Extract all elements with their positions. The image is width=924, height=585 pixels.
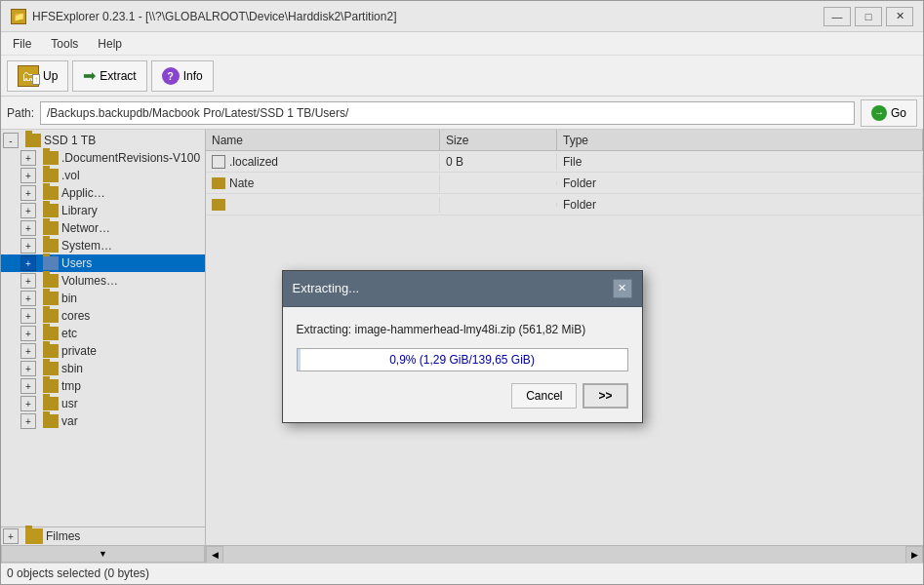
title-bar-left: 📁 HFSExplorer 0.23.1 - [\\?\GLOBALROOT\D… [11, 9, 396, 24]
dialog-close-button[interactable]: ✕ [613, 279, 632, 298]
main-content: - SSD 1 TB + .DocumentRevisions-V100 + [1, 130, 923, 563]
status-text: 0 objects selected (0 bytes) [7, 566, 149, 580]
dialog-progress-container: 0,9% (1,29 GiB/139,65 GiB) [297, 348, 628, 371]
dialog-progress-text: 0,9% (1,29 GiB/139,65 GiB) [389, 353, 535, 367]
dialog-skip-button[interactable]: >> [583, 383, 627, 409]
status-bar: 0 objects selected (0 bytes) [1, 563, 923, 584]
info-label: Info [183, 69, 203, 83]
menu-help[interactable]: Help [90, 35, 130, 53]
dialog-overlay: Extracting... ✕ Extracting: image-hammer… [1, 130, 923, 563]
dialog-message: Extracting: image-hammerhead-lmy48i.zip … [297, 323, 628, 336]
info-button[interactable]: ? Info [151, 60, 214, 92]
extract-icon: ➡ [83, 66, 96, 85]
path-label: Path: [7, 106, 34, 120]
dialog-title-bar: Extracting... ✕ [283, 271, 642, 307]
dialog-buttons: Cancel >> [297, 383, 628, 409]
dialog-cancel-button[interactable]: Cancel [511, 383, 577, 409]
title-bar: 📁 HFSExplorer 0.23.1 - [\\?\GLOBALROOT\D… [1, 1, 923, 32]
title-bar-controls: — □ ✕ [824, 7, 913, 26]
main-window: 📁 HFSExplorer 0.23.1 - [\\?\GLOBALROOT\D… [0, 0, 924, 585]
menu-tools[interactable]: Tools [43, 35, 86, 53]
dialog-progress-bar [298, 349, 301, 370]
info-icon: ? [162, 67, 180, 85]
go-button[interactable]: → Go [861, 99, 917, 127]
path-input[interactable] [40, 101, 855, 125]
dialog-title: Extracting... [293, 281, 360, 295]
extract-label: Extract [100, 69, 136, 83]
up-button[interactable]: 🗂 ↑ Up [7, 60, 68, 92]
extracting-dialog: Extracting... ✕ Extracting: image-hammer… [282, 270, 643, 423]
path-bar: Path: → Go [1, 97, 923, 130]
close-button[interactable]: ✕ [886, 7, 913, 26]
app-icon: 📁 [11, 9, 26, 24]
menu-file[interactable]: File [5, 35, 39, 53]
window-title: HFSExplorer 0.23.1 - [\\?\GLOBALROOT\Dev… [32, 10, 396, 23]
maximize-button[interactable]: □ [855, 7, 882, 26]
go-icon: → [871, 105, 887, 121]
toolbar: 🗂 ↑ Up ➡ Extract ? Info [1, 56, 923, 97]
up-label: Up [43, 69, 58, 83]
menu-bar: File Tools Help [1, 32, 923, 56]
minimize-button[interactable]: — [824, 7, 851, 26]
up-icon: 🗂 ↑ [18, 65, 39, 87]
extract-button[interactable]: ➡ Extract [72, 60, 146, 92]
go-label: Go [891, 106, 906, 120]
dialog-body: Extracting: image-hammerhead-lmy48i.zip … [283, 307, 642, 422]
